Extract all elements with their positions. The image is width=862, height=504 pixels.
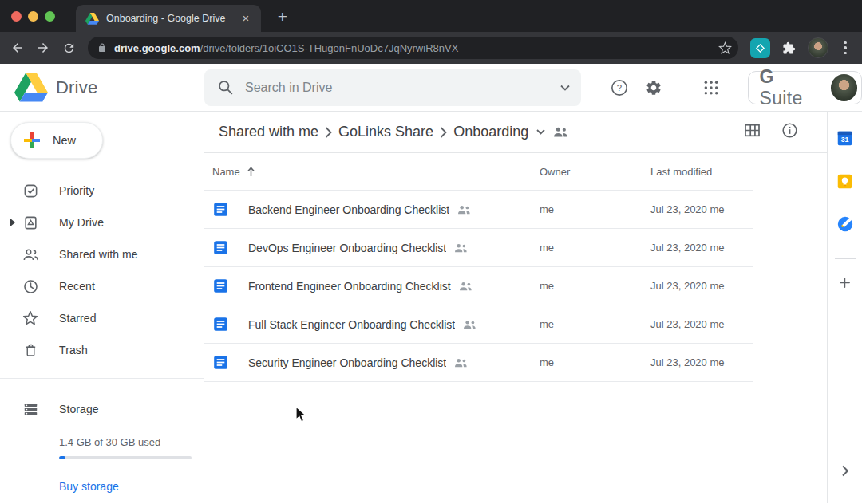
file-row[interactable]: Frontend Engineer Onboarding Checklist m… <box>204 267 753 305</box>
kebab-dot <box>844 52 847 55</box>
file-name: Security Engineer Onboarding Checklist <box>248 356 446 369</box>
macos-window-controls[interactable] <box>0 0 66 32</box>
sidebar-item-my-drive[interactable]: My Drive <box>0 207 204 238</box>
file-owner: me <box>540 280 650 292</box>
sidebar-item-starred[interactable]: Starred <box>0 302 204 334</box>
drive-header: Drive ? G Suite <box>0 64 862 112</box>
sidebar-item-label: Trash <box>59 344 88 356</box>
file-shared-icon <box>454 243 468 253</box>
google-keep-icon[interactable] <box>835 171 856 191</box>
zoom-window-button[interactable] <box>45 11 55 22</box>
drive-sidebar: New Priority My Drive <box>0 112 204 503</box>
hide-panel-chevron-button[interactable] <box>835 460 856 481</box>
expand-caret-icon[interactable] <box>10 215 16 230</box>
help-button[interactable]: ? <box>610 78 629 97</box>
drive-brand[interactable]: Drive <box>0 73 204 102</box>
minimize-window-button[interactable] <box>28 11 38 22</box>
drive-logo-icon <box>14 73 48 102</box>
search-input[interactable] <box>245 81 560 95</box>
file-name: Backend Engineer Onboarding Checklist <box>248 203 449 216</box>
google-tasks-icon[interactable] <box>835 214 856 234</box>
svg-text:31: 31 <box>841 136 849 144</box>
url-path: /drive/folders/1oiCO1S-THugonFnUoDc7JqNy… <box>200 42 459 54</box>
kebab-dot <box>844 41 847 45</box>
chrome-menu-button[interactable] <box>836 41 854 55</box>
google-docs-file-icon <box>212 316 229 333</box>
back-button[interactable] <box>6 37 29 59</box>
table-header: Name Owner Last modified <box>204 153 753 191</box>
folder-menu-caret-icon[interactable] <box>536 129 545 135</box>
file-row[interactable]: Security Engineer Onboarding Checklist m… <box>204 344 753 382</box>
browser-toolbar: drive.google.com/drive/folders/1oiCO1S-T… <box>0 32 862 64</box>
breadcrumb-shared-with-me[interactable]: Shared with me <box>212 124 325 140</box>
info-button[interactable] <box>781 122 798 142</box>
sidebar-nav: Priority My Drive Shared with me <box>0 175 204 366</box>
browser-tab-bar: Onboarding - Google Drive × + <box>0 0 862 32</box>
sidebar-item-trash[interactable]: Trash <box>0 334 204 366</box>
sort-ascending-icon[interactable] <box>247 167 255 177</box>
buy-storage-link[interactable]: Buy storage <box>59 480 119 493</box>
star-icon <box>22 310 39 326</box>
gsuite-account-badge[interactable]: G Suite <box>748 71 862 104</box>
golinks-extension-icon[interactable] <box>750 38 770 58</box>
tab-close-icon[interactable]: × <box>239 11 253 26</box>
grid-view-button[interactable] <box>744 124 761 140</box>
account-avatar[interactable] <box>831 74 857 101</box>
gsuite-wordmark: G Suite <box>760 66 821 109</box>
forward-button[interactable] <box>32 37 54 59</box>
breadcrumb-onboarding[interactable]: Onboarding <box>447 124 535 140</box>
google-docs-file-icon <box>212 278 229 294</box>
file-row[interactable]: Full Stack Engineer Onboarding Checklist… <box>204 305 753 344</box>
sidebar-item-label: Recent <box>59 280 95 293</box>
diamond-glyph <box>755 43 765 53</box>
file-modified: Jul 23, 2020 me <box>650 356 753 368</box>
file-name: Frontend Engineer Onboarding Checklist <box>248 280 451 293</box>
column-header-name[interactable]: Name <box>212 166 540 178</box>
close-window-button[interactable] <box>11 11 22 22</box>
forward-arrow-icon <box>36 41 50 55</box>
search-options-caret-icon[interactable] <box>560 85 570 91</box>
help-icon: ? <box>611 79 628 96</box>
sidebar-item-storage[interactable]: Storage <box>0 393 204 425</box>
storage-section: Storage 1.4 GB of 30 GB used Buy storage <box>0 379 204 494</box>
header-actions: ? G Suite <box>610 71 862 104</box>
sidebar-item-label: Priority <box>59 184 94 197</box>
tab-title: Onboarding - Google Drive <box>106 13 239 24</box>
add-addon-button[interactable] <box>835 272 856 293</box>
extensions-puzzle-button[interactable] <box>777 37 800 59</box>
search-bar[interactable] <box>204 69 581 106</box>
sidebar-item-shared-with-me[interactable]: Shared with me <box>0 238 204 270</box>
my-drive-icon <box>22 215 39 230</box>
url-domain: drive.google.com <box>114 42 200 54</box>
gear-icon <box>645 79 662 96</box>
storage-icon <box>22 403 39 416</box>
settings-button[interactable] <box>645 78 664 97</box>
google-apps-button[interactable] <box>702 78 721 97</box>
breadcrumb-golinks-share[interactable]: GoLinks Share <box>332 124 440 140</box>
multicolor-plus-icon <box>22 131 42 150</box>
column-header-owner[interactable]: Owner <box>540 166 650 178</box>
reload-button[interactable] <box>57 37 80 59</box>
kebab-dot <box>844 46 847 49</box>
bookmark-star-icon[interactable] <box>718 41 732 55</box>
browser-tab[interactable]: Onboarding - Google Drive × <box>76 5 261 32</box>
new-tab-button[interactable]: + <box>272 6 293 27</box>
file-shared-icon <box>454 358 468 368</box>
browser-profile-avatar[interactable] <box>808 37 828 58</box>
google-calendar-icon[interactable]: 31 <box>835 128 856 148</box>
file-row[interactable]: DevOps Engineer Onboarding Checklist me … <box>204 229 753 267</box>
address-bar[interactable]: drive.google.com/drive/folders/1oiCO1S-T… <box>88 37 738 59</box>
new-button[interactable]: New <box>10 122 103 159</box>
google-docs-file-icon <box>212 354 229 371</box>
column-header-modified[interactable]: Last modified <box>650 166 753 178</box>
file-row[interactable]: Backend Engineer Onboarding Checklist me… <box>204 191 753 229</box>
trash-icon <box>22 343 39 358</box>
sidebar-item-recent[interactable]: Recent <box>0 270 204 302</box>
file-name: Full Stack Engineer Onboarding Checklist <box>248 318 455 331</box>
storage-progress-fill <box>59 456 65 459</box>
file-shared-icon <box>463 320 476 329</box>
sidebar-item-priority[interactable]: Priority <box>0 175 204 207</box>
sidebar-item-label: Starred <box>59 312 97 325</box>
file-shared-icon <box>459 282 473 291</box>
priority-icon <box>22 183 39 199</box>
